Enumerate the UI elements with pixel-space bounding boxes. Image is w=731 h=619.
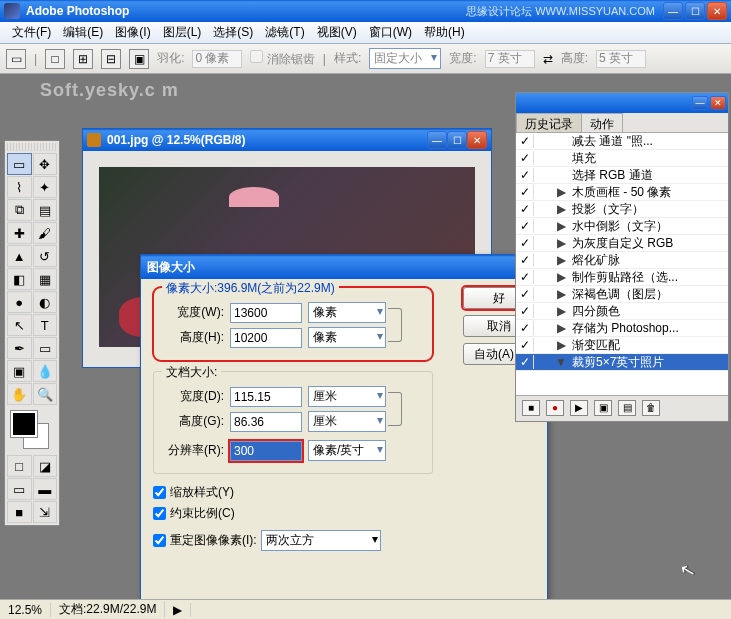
marquee-preset-icon[interactable]: ▭ <box>6 49 26 69</box>
gradient-tool-icon[interactable]: ▦ <box>33 268 58 290</box>
subtract-selection-icon[interactable]: ⊟ <box>101 49 121 69</box>
dialog-titlebar[interactable]: 图像大小 ✕ <box>141 255 547 279</box>
hand-tool-icon[interactable]: ✋ <box>7 383 32 405</box>
action-row[interactable]: ✓▶木质画框 - 50 像素 <box>516 184 728 201</box>
width-doc-input[interactable] <box>230 387 302 407</box>
blur-tool-icon[interactable]: ● <box>7 291 32 313</box>
panel-minimize-button[interactable]: — <box>692 96 708 110</box>
height-px-unit[interactable]: 像素 <box>308 327 386 348</box>
height-doc-unit[interactable]: 厘米 <box>308 411 386 432</box>
screen-mode-2-icon[interactable]: ▬ <box>33 478 58 500</box>
fg-color-swatch[interactable] <box>11 411 37 437</box>
height-px-input[interactable] <box>230 328 302 348</box>
slice-tool-icon[interactable]: ▤ <box>33 199 58 221</box>
action-row[interactable]: ✓减去 通道 "照... <box>516 133 728 150</box>
action-row[interactable]: ✓▶为灰度自定义 RGB <box>516 235 728 252</box>
imageready-icon[interactable]: ⇲ <box>33 501 58 523</box>
new-selection-icon[interactable]: □ <box>45 49 65 69</box>
stamp-tool-icon[interactable]: ▲ <box>7 245 32 267</box>
action-row[interactable]: ✓▶水中倒影（文字） <box>516 218 728 235</box>
add-selection-icon[interactable]: ⊞ <box>73 49 93 69</box>
height-input[interactable] <box>596 50 646 68</box>
actions-list[interactable]: ✓减去 通道 "照...✓填充✓选择 RGB 通道✓▶木质画框 - 50 像素✓… <box>516 133 728 395</box>
menu-select[interactable]: 选择(S) <box>207 22 259 43</box>
menu-edit[interactable]: 编辑(E) <box>57 22 109 43</box>
width-px-input[interactable] <box>230 303 302 323</box>
eraser-tool-icon[interactable]: ◧ <box>7 268 32 290</box>
color-swatches[interactable] <box>7 409 57 453</box>
notes-tool-icon[interactable]: ▣ <box>7 360 32 382</box>
resample-check[interactable]: 重定图像像素(I): <box>153 532 257 549</box>
menu-layer[interactable]: 图层(L) <box>157 22 208 43</box>
width-px-unit[interactable]: 像素 <box>308 302 386 323</box>
menu-window[interactable]: 窗口(W) <box>363 22 418 43</box>
resolution-input[interactable] <box>230 441 302 461</box>
action-row[interactable]: ✓填充 <box>516 150 728 167</box>
maximize-button[interactable]: ☐ <box>685 2 705 20</box>
minimize-button[interactable]: — <box>663 2 683 20</box>
lasso-tool-icon[interactable]: ⌇ <box>7 176 32 198</box>
doc-maximize-button[interactable]: ☐ <box>447 131 467 149</box>
record-icon[interactable]: ● <box>546 400 564 416</box>
shape-tool-icon[interactable]: ▭ <box>33 337 58 359</box>
crop-tool-icon[interactable]: ⧉ <box>7 199 32 221</box>
action-row[interactable]: ✓▶渐变匹配 <box>516 337 728 354</box>
menu-file[interactable]: 文件(F) <box>6 22 57 43</box>
new-action-icon[interactable]: ▤ <box>618 400 636 416</box>
wand-tool-icon[interactable]: ✦ <box>33 176 58 198</box>
heal-tool-icon[interactable]: ✚ <box>7 222 32 244</box>
brush-tool-icon[interactable]: 🖌 <box>33 222 58 244</box>
tab-history[interactable]: 历史记录 <box>516 113 582 132</box>
tab-actions[interactable]: 动作 <box>581 113 623 132</box>
dodge-tool-icon[interactable]: ◐ <box>33 291 58 313</box>
play-icon[interactable]: ▶ <box>570 400 588 416</box>
action-row[interactable]: ✓▼裁剪5×7英寸照片 <box>516 354 728 371</box>
trash-icon[interactable]: 🗑 <box>642 400 660 416</box>
screen-mode-1-icon[interactable]: ▭ <box>7 478 32 500</box>
resolution-unit[interactable]: 像素/英寸 <box>308 440 386 461</box>
resample-dropdown[interactable]: 两次立方 <box>261 530 381 551</box>
doc-minimize-button[interactable]: — <box>427 131 447 149</box>
marquee-tool-icon[interactable]: ▭ <box>7 153 32 175</box>
panel-close-button[interactable]: ✕ <box>710 96 726 110</box>
zoom-tool-icon[interactable]: 🔍 <box>33 383 58 405</box>
style-dropdown[interactable]: 固定大小 <box>369 48 441 69</box>
type-tool-icon[interactable]: T <box>33 314 58 336</box>
panel-titlebar[interactable]: — ✕ <box>516 93 728 113</box>
swap-icon[interactable]: ⇄ <box>543 52 553 66</box>
menu-image[interactable]: 图像(I) <box>109 22 156 43</box>
action-row[interactable]: ✓▶投影（文字） <box>516 201 728 218</box>
feather-input[interactable] <box>192 50 242 68</box>
height-doc-input[interactable] <box>230 412 302 432</box>
eyedropper-tool-icon[interactable]: 💧 <box>33 360 58 382</box>
zoom-status[interactable]: 12.5% <box>0 603 51 617</box>
menu-help[interactable]: 帮助(H) <box>418 22 471 43</box>
width-input[interactable] <box>485 50 535 68</box>
screen-mode-3-icon[interactable]: ■ <box>7 501 32 523</box>
stop-icon[interactable]: ■ <box>522 400 540 416</box>
pen-tool-icon[interactable]: ✒ <box>7 337 32 359</box>
status-menu-icon[interactable]: ▶ <box>165 603 191 617</box>
action-row[interactable]: ✓▶四分颜色 <box>516 303 728 320</box>
path-tool-icon[interactable]: ↖ <box>7 314 32 336</box>
action-row[interactable]: ✓▶深褐色调（图层） <box>516 286 728 303</box>
document-titlebar[interactable]: 001.jpg @ 12.5%(RGB/8) — ☐ ✕ <box>83 129 491 151</box>
standard-mode-icon[interactable]: □ <box>7 455 32 477</box>
action-row[interactable]: ✓▶存储为 Photoshop... <box>516 320 728 337</box>
menu-filter[interactable]: 滤镜(T) <box>259 22 310 43</box>
new-set-icon[interactable]: ▣ <box>594 400 612 416</box>
constrain-check[interactable]: 约束比例(C) <box>153 505 535 522</box>
menu-view[interactable]: 视图(V) <box>311 22 363 43</box>
history-brush-icon[interactable]: ↺ <box>33 245 58 267</box>
move-tool-icon[interactable]: ✥ <box>33 153 58 175</box>
intersect-selection-icon[interactable]: ▣ <box>129 49 149 69</box>
quickmask-mode-icon[interactable]: ◪ <box>33 455 58 477</box>
scale-styles-check[interactable]: 缩放样式(Y) <box>153 484 535 501</box>
action-row[interactable]: ✓▶熔化矿脉 <box>516 252 728 269</box>
action-row[interactable]: ✓选择 RGB 通道 <box>516 167 728 184</box>
width-doc-unit[interactable]: 厘米 <box>308 386 386 407</box>
toolbox-grip[interactable] <box>7 143 57 151</box>
close-button[interactable]: ✕ <box>707 2 727 20</box>
action-row[interactable]: ✓▶制作剪贴路径（选... <box>516 269 728 286</box>
doc-close-button[interactable]: ✕ <box>467 131 487 149</box>
